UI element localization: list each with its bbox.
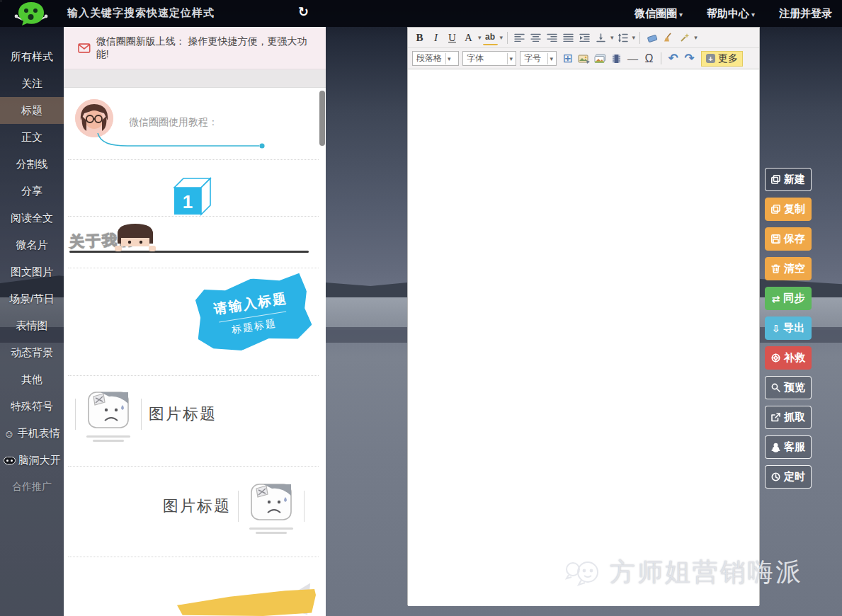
clear-button[interactable]: 清空	[765, 257, 812, 280]
panel-scrollbar[interactable]	[319, 91, 325, 146]
font-color-button[interactable]: A	[461, 30, 476, 45]
align-justify-button[interactable]	[561, 30, 576, 45]
more-tools-button[interactable]: + 更多	[701, 51, 743, 67]
sidebar-item-all-styles[interactable]: 所有样式	[0, 43, 64, 70]
item-separator	[68, 216, 319, 217]
align-right-button[interactable]	[545, 30, 559, 45]
sidebar-item-divider[interactable]: 分割线	[0, 151, 64, 178]
refresh-icon[interactable]: ↻	[298, 4, 309, 20]
chevron-down-icon[interactable]: ▾	[478, 34, 482, 41]
font-size-select[interactable]: 字号▾	[520, 51, 557, 66]
photo-album-icon[interactable]	[593, 51, 608, 67]
style-item-yellow-brush[interactable]	[177, 579, 319, 616]
brain-icon	[4, 457, 16, 464]
chevron-down-icon: ▾	[507, 53, 514, 64]
item-separator	[68, 557, 319, 557]
undo-button[interactable]: ↶	[666, 51, 681, 67]
table-icon[interactable]: ⊞	[560, 51, 575, 67]
underline-button[interactable]: U	[445, 30, 460, 45]
eraser-icon[interactable]	[644, 30, 659, 45]
lifering-icon	[771, 353, 780, 363]
panel-subheader	[64, 69, 326, 88]
sidebar-item-title[interactable]: 标题	[0, 97, 64, 124]
sync-icon: ⇄	[772, 294, 780, 304]
font-family-select[interactable]: 字体▾	[462, 51, 516, 66]
style-item-cube[interactable]: 1	[170, 176, 214, 221]
export-button[interactable]: ⇩ 导出	[765, 316, 812, 340]
bold-button[interactable]: B	[412, 30, 427, 45]
copy-icon	[771, 175, 780, 184]
chevron-down-icon[interactable]: ▾	[610, 34, 614, 41]
sidebar-item-special-symbols[interactable]: 特殊符号	[0, 393, 64, 420]
highlight-button[interactable]: ab	[483, 30, 498, 45]
style-item-blue-brush[interactable]: 请输入标题 标题标题	[190, 270, 314, 357]
tutorial-text: 微信圈圈使用教程：	[129, 116, 218, 129]
chevron-down-icon: ▾	[679, 11, 683, 18]
chevron-down-icon[interactable]: ▾	[500, 34, 504, 41]
redo-button[interactable]: ↷	[682, 51, 697, 67]
preview-button[interactable]: 预览	[765, 376, 812, 399]
italic-button[interactable]: I	[428, 30, 443, 45]
magnifier-icon	[771, 383, 780, 392]
sidebar-item-other[interactable]: 其他	[0, 366, 64, 393]
yellow-brush-stroke	[177, 589, 316, 616]
copy-button[interactable]: 复制	[765, 198, 812, 221]
sidebar-item-brain-open[interactable]: 脑洞大开	[0, 447, 64, 474]
caption-line	[256, 532, 287, 534]
search-input[interactable]: 输入关键字搜索快速定位样式	[67, 6, 215, 20]
caption-line	[93, 440, 124, 442]
sidebar-item-image-text[interactable]: 图文图片	[0, 258, 64, 285]
peeking-girl-icon	[110, 222, 160, 253]
menu-help-center[interactable]: 帮助中心▾	[707, 7, 755, 21]
sidebar-item-phone-emoji[interactable]: ☺手机表情	[0, 420, 64, 447]
align-center-button[interactable]	[528, 30, 543, 45]
horizontal-rule-button[interactable]: —	[625, 51, 640, 67]
sidebar-item-emoticon[interactable]: 表情图	[0, 312, 64, 339]
rich-text-editor: B I U A ▾ ab ▾ ▾ ▾ ▾	[407, 27, 760, 605]
broom-icon[interactable]	[661, 30, 676, 45]
chevron-down-icon[interactable]: ▾	[632, 34, 636, 41]
chevron-down-icon: ▾	[445, 53, 453, 64]
menu-wxquanquan[interactable]: 微信圈圈▾	[635, 7, 683, 21]
grab-button[interactable]: 抓取	[765, 406, 812, 429]
magic-wand-icon[interactable]	[677, 30, 692, 45]
indent-button[interactable]	[577, 30, 592, 45]
special-char-button[interactable]: Ω	[642, 51, 656, 67]
schedule-button[interactable]: 定时	[765, 465, 812, 489]
image-title-label: 图片标题	[149, 404, 217, 425]
paragraph-format-select[interactable]: 段落格▾	[412, 51, 459, 66]
sidebar-item-follow[interactable]: 关注	[0, 70, 64, 97]
chevron-down-icon[interactable]: ▾	[694, 34, 698, 41]
brush-title: 请输入标题	[212, 289, 289, 319]
style-item-image-title-right[interactable]: 图片标题	[163, 479, 305, 534]
trash-icon	[771, 264, 780, 273]
line-height-button[interactable]	[615, 30, 630, 45]
editor-toolbar: B I U A ▾ ab ▾ ▾ ▾ ▾	[408, 28, 759, 69]
smiley-icon: ☺	[4, 428, 14, 440]
sidebar-item-body-text[interactable]: 正文	[0, 124, 64, 151]
service-button[interactable]: 客服	[765, 435, 812, 459]
letter-spacing-button[interactable]	[593, 30, 608, 45]
video-icon[interactable]	[609, 51, 624, 67]
sidebar-item-read-all[interactable]: 阅读全文	[0, 205, 64, 232]
rich-text-canvas[interactable]	[408, 69, 759, 606]
sidebar-item-share[interactable]: 分享	[0, 178, 64, 205]
curve-connector	[95, 132, 269, 150]
new-button[interactable]: 新建	[765, 168, 812, 191]
sidebar-item-dynamic-bg[interactable]: 动态背景	[0, 339, 64, 366]
copy-icon	[771, 205, 780, 214]
item-separator	[68, 159, 319, 160]
notice-bar[interactable]: 微信圈圈新版上线： 操作更快捷方便，更强大功能!	[64, 27, 326, 69]
align-left-button[interactable]	[512, 30, 527, 45]
sad-box-character-icon	[83, 387, 134, 442]
rescue-button[interactable]: 补救	[765, 346, 812, 370]
sidebar-item-partner-promo[interactable]: 合作推广	[0, 474, 64, 501]
sidebar-item-scene-festival[interactable]: 场景/节日	[0, 285, 64, 312]
sync-button[interactable]: ⇄ 同步	[765, 287, 812, 310]
login-register-link[interactable]: 注册并登录	[779, 7, 832, 21]
style-item-image-title-left[interactable]: 图片标题	[75, 387, 217, 442]
screenshot-image-icon[interactable]	[576, 51, 591, 67]
wechat-logo-icon[interactable]	[11, 1, 51, 30]
save-button[interactable]: 保存	[765, 227, 812, 251]
sidebar-item-micro-card[interactable]: 微名片	[0, 232, 64, 258]
